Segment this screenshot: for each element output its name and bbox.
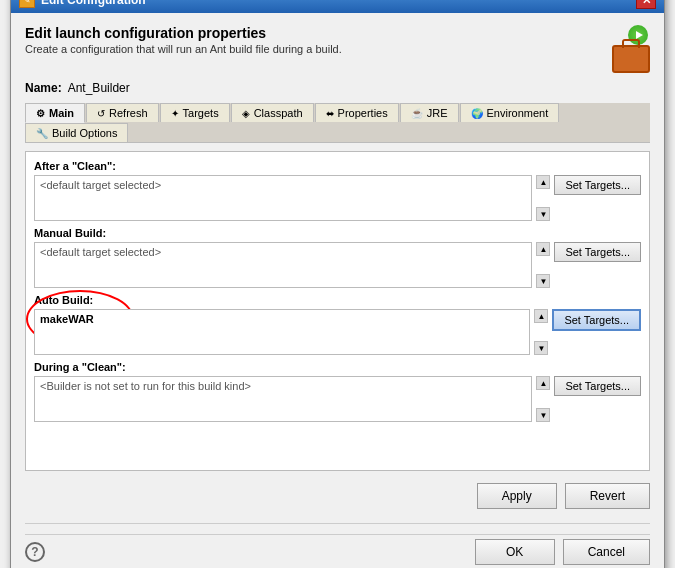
properties-tab-icon: ⬌ bbox=[326, 108, 334, 119]
auto-build-listbox[interactable]: makeWAR bbox=[34, 309, 530, 355]
tab-build-options-label: Build Options bbox=[52, 127, 117, 139]
auto-build-label: Auto Build: bbox=[34, 294, 641, 306]
auto-build-content: makeWAR ▲ ▼ Set Targets... bbox=[34, 309, 641, 355]
name-row: Name: Ant_Builder bbox=[25, 81, 650, 95]
during-clean-set-targets-button[interactable]: Set Targets... bbox=[554, 376, 641, 396]
cancel-button[interactable]: Cancel bbox=[563, 539, 650, 565]
classpath-tab-icon: ◈ bbox=[242, 108, 250, 119]
footer-divider bbox=[25, 523, 650, 524]
tab-build-options[interactable]: 🔧 Build Options bbox=[25, 123, 128, 142]
auto-build-scroll: ▲ ▼ bbox=[534, 309, 548, 355]
tab-targets[interactable]: ✦ Targets bbox=[160, 103, 230, 122]
targets-tab-icon: ✦ bbox=[171, 108, 179, 119]
tab-refresh[interactable]: ↺ Refresh bbox=[86, 103, 159, 122]
tab-refresh-label: Refresh bbox=[109, 107, 148, 119]
content-area: Edit launch configuration properties Cre… bbox=[11, 13, 664, 568]
page-title: Edit launch configuration properties bbox=[25, 25, 342, 41]
auto-build-section: Auto Build: makeWAR ▲ ▼ Set Targets... bbox=[34, 294, 641, 355]
tab-main[interactable]: ⚙ Main bbox=[25, 103, 85, 123]
tab-properties[interactable]: ⬌ Properties bbox=[315, 103, 399, 122]
auto-scroll-down[interactable]: ▼ bbox=[534, 341, 548, 355]
manual-build-section: Manual Build: <default target selected> … bbox=[34, 227, 641, 288]
manual-build-value: <default target selected> bbox=[40, 246, 161, 258]
tab-classpath[interactable]: ◈ Classpath bbox=[231, 103, 314, 122]
build-options-tab-icon: 🔧 bbox=[36, 128, 48, 139]
window-icon: ✎ bbox=[19, 0, 35, 8]
footer-row: ? OK Cancel bbox=[25, 534, 650, 568]
manual-build-scroll: ▲ ▼ bbox=[536, 242, 550, 288]
tab-classpath-label: Classpath bbox=[254, 107, 303, 119]
help-icon[interactable]: ? bbox=[25, 542, 45, 562]
scroll-down-arrow[interactable]: ▼ bbox=[536, 207, 550, 221]
during-clean-label: During a "Clean": bbox=[34, 361, 641, 373]
tabs-bar: ⚙ Main ↺ Refresh ✦ Targets ◈ Classpath ⬌… bbox=[25, 103, 650, 143]
auto-scroll-thumb bbox=[534, 325, 548, 339]
manual-build-label: Manual Build: bbox=[34, 227, 641, 239]
jre-tab-icon: ☕ bbox=[411, 108, 423, 119]
during-clean-value: <Builder is not set to run for this buil… bbox=[40, 380, 251, 392]
apply-revert-row: Apply Revert bbox=[25, 479, 650, 513]
page-subtitle: Create a configuration that will run an … bbox=[25, 43, 342, 55]
tab-targets-label: Targets bbox=[183, 107, 219, 119]
after-clean-label: After a "Clean": bbox=[34, 160, 641, 172]
tab-jre-label: JRE bbox=[427, 107, 448, 119]
after-clean-listbox[interactable]: <default target selected> bbox=[34, 175, 532, 221]
during-scroll-down[interactable]: ▼ bbox=[536, 408, 550, 422]
name-label: Name: bbox=[25, 81, 62, 95]
close-button[interactable]: ✕ bbox=[636, 0, 656, 9]
auto-build-set-targets-button[interactable]: Set Targets... bbox=[552, 309, 641, 331]
header-icon bbox=[602, 25, 650, 73]
main-window: ✎ Edit Configuration ✕ Edit launch confi… bbox=[10, 0, 665, 568]
ok-button[interactable]: OK bbox=[475, 539, 555, 565]
tab-environment[interactable]: 🌍 Environment bbox=[460, 103, 560, 122]
during-clean-listbox[interactable]: <Builder is not set to run for this buil… bbox=[34, 376, 532, 422]
tab-jre[interactable]: ☕ JRE bbox=[400, 103, 459, 122]
during-clean-content: <Builder is not set to run for this buil… bbox=[34, 376, 641, 422]
revert-button[interactable]: Revert bbox=[565, 483, 650, 509]
during-scroll-up[interactable]: ▲ bbox=[536, 376, 550, 390]
footer-buttons: OK Cancel bbox=[475, 539, 650, 565]
scroll-up-arrow[interactable]: ▲ bbox=[536, 175, 550, 189]
after-clean-set-targets-button[interactable]: Set Targets... bbox=[554, 175, 641, 195]
auto-build-value: makeWAR bbox=[40, 313, 94, 325]
auto-scroll-up[interactable]: ▲ bbox=[534, 309, 548, 323]
manual-scroll-down[interactable]: ▼ bbox=[536, 274, 550, 288]
during-clean-section: During a "Clean": <Builder is not set to… bbox=[34, 361, 641, 422]
tab-environment-label: Environment bbox=[487, 107, 549, 119]
header-text: Edit launch configuration properties Cre… bbox=[25, 25, 342, 55]
briefcase-icon bbox=[612, 45, 650, 73]
manual-scroll-thumb bbox=[536, 258, 550, 272]
manual-scroll-up[interactable]: ▲ bbox=[536, 242, 550, 256]
apply-button[interactable]: Apply bbox=[477, 483, 557, 509]
main-tab-icon: ⚙ bbox=[36, 108, 45, 119]
after-clean-scroll: ▲ ▼ bbox=[536, 175, 550, 221]
environment-tab-icon: 🌍 bbox=[471, 108, 483, 119]
manual-build-content: <default target selected> ▲ ▼ Set Target… bbox=[34, 242, 641, 288]
manual-build-listbox[interactable]: <default target selected> bbox=[34, 242, 532, 288]
main-panel: After a "Clean": <default target selecte… bbox=[25, 151, 650, 471]
during-clean-scroll: ▲ ▼ bbox=[536, 376, 550, 422]
tab-properties-label: Properties bbox=[338, 107, 388, 119]
header-section: Edit launch configuration properties Cre… bbox=[25, 25, 650, 73]
after-clean-value: <default target selected> bbox=[40, 179, 161, 191]
name-value: Ant_Builder bbox=[68, 81, 130, 95]
after-clean-section: After a "Clean": <default target selecte… bbox=[34, 160, 641, 221]
during-scroll-thumb bbox=[536, 392, 550, 406]
title-bar: ✎ Edit Configuration ✕ bbox=[11, 0, 664, 13]
window-title: Edit Configuration bbox=[41, 0, 146, 7]
title-bar-left: ✎ Edit Configuration bbox=[19, 0, 146, 8]
scroll-thumb bbox=[536, 191, 550, 205]
tab-main-label: Main bbox=[49, 107, 74, 119]
refresh-tab-icon: ↺ bbox=[97, 108, 105, 119]
after-clean-content: <default target selected> ▲ ▼ Set Target… bbox=[34, 175, 641, 221]
manual-build-set-targets-button[interactable]: Set Targets... bbox=[554, 242, 641, 262]
